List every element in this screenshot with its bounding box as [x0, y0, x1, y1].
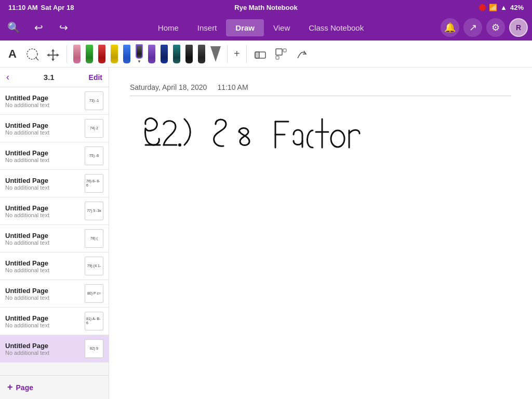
page-list-item-2[interactable]: Untitled PageNo additional text74) 2	[0, 115, 109, 142]
page-list-item-7[interactable]: Untitled PageNo additional text79) (4 1-	[0, 252, 109, 280]
share-button[interactable]: ↗	[463, 18, 482, 37]
pen-black-button[interactable]	[183, 44, 195, 64]
sidebar-back-button[interactable]: ‹	[6, 72, 9, 83]
add-color-button[interactable]: +	[232, 44, 242, 64]
pen-active-icon	[136, 44, 143, 59]
page-thumbnail-9: 81) A- B-6	[85, 312, 103, 330]
status-bar: 11:10 AM Sat Apr 18 Rye Math Notebook 📶 …	[0, 0, 532, 15]
page-item-title-2: Untitled Page	[5, 122, 81, 129]
page-list-item-8[interactable]: Untitled PageNo additional text80) P c=	[0, 280, 109, 308]
pen-pink-button[interactable]	[71, 44, 83, 64]
page-item-title-10: Untitled Page	[5, 342, 81, 350]
nav-tabs: Home Insert Draw View Class Notebook	[83, 19, 438, 36]
select-object-button[interactable]	[272, 44, 290, 64]
page-item-title-9: Untitled Page	[5, 314, 81, 322]
lasso-icon	[25, 47, 39, 61]
pens-row: ▼	[71, 42, 223, 66]
tab-class-notebook[interactable]: Class Notebook	[299, 19, 373, 36]
page-item-subtitle-8: No additional text	[5, 295, 81, 301]
pen-red-button[interactable]	[96, 44, 108, 64]
toolbar-divider-1	[66, 45, 67, 63]
ink-to-shape-button[interactable]	[292, 44, 311, 64]
svg-rect-5	[276, 49, 282, 55]
pen-teal-icon	[173, 45, 180, 63]
pen-darkgray-button[interactable]	[196, 44, 207, 64]
pen-pink-icon	[73, 45, 81, 63]
toolbar-divider-2	[227, 45, 228, 63]
pen-purple-icon	[148, 45, 155, 63]
page-item-subtitle-6: No additional text	[5, 240, 81, 246]
triangle-marker-button[interactable]	[208, 44, 223, 64]
sidebar-edit-button[interactable]: Edit	[89, 73, 102, 82]
page-list-item-1[interactable]: Untitled PageNo additional text73) -1	[0, 87, 109, 115]
select-object-icon	[274, 47, 288, 61]
tab-home[interactable]: Home	[149, 19, 188, 36]
page-item-subtitle-9: No additional text	[5, 322, 81, 328]
page-thumbnail-8: 80) P c=	[85, 284, 103, 303]
svg-rect-4	[255, 52, 259, 58]
lasso-tool-button[interactable]	[23, 44, 42, 64]
content-date-line: Saturday, April 18, 2020 11:10 AM	[130, 83, 511, 96]
redo-button[interactable]: ↪	[54, 18, 73, 37]
page-item-subtitle-5: No additional text	[5, 212, 81, 218]
triangle-marker-icon	[210, 46, 221, 62]
page-thumbnail-2: 74) 2	[85, 119, 103, 138]
page-thumbnail-4: 76) 8- 8-6	[85, 174, 103, 193]
battery-icon: 42%	[510, 4, 524, 11]
settings-button[interactable]: ⚙	[486, 18, 505, 37]
page-item-subtitle-1: No additional text	[5, 102, 81, 108]
tab-draw[interactable]: Draw	[226, 19, 264, 36]
svg-marker-2	[47, 49, 59, 61]
handwriting-area[interactable]	[130, 109, 511, 316]
search-button[interactable]: 🔍	[4, 18, 23, 37]
tab-insert[interactable]: Insert	[188, 19, 227, 36]
page-list-item-3[interactable]: Untitled PageNo additional text75) -6	[0, 142, 109, 170]
page-thumbnail-1: 73) -1	[85, 91, 103, 110]
page-item-title-5: Untitled Page	[5, 204, 81, 212]
page-thumbnail-5: 77) 5 -3x	[85, 202, 103, 220]
pen-red-icon	[98, 45, 105, 63]
pen-purple-button[interactable]	[146, 44, 157, 64]
add-page-label: Page	[16, 383, 33, 392]
page-item-subtitle-3: No additional text	[5, 157, 81, 163]
status-time: 11:10 AM	[8, 4, 38, 11]
sidebar: ‹ 3.1 Edit Untitled PageNo additional te…	[0, 68, 109, 399]
undo-button[interactable]: ↩	[29, 18, 48, 37]
pen-green-button[interactable]	[84, 44, 95, 64]
page-list-item-5[interactable]: Untitled PageNo additional text77) 5 -3x	[0, 197, 109, 225]
content-area[interactable]: Saturday, April 18, 2020 11:10 AM	[109, 68, 532, 399]
add-page-button[interactable]: + Page	[0, 375, 109, 399]
sidebar-section-title: 3.1	[44, 73, 55, 82]
page-item-title-6: Untitled Page	[5, 232, 81, 240]
page-list-item-10[interactable]: Untitled PageNo additional text82) 9	[0, 335, 109, 363]
text-tool-button[interactable]: A	[4, 45, 21, 63]
eraser-button[interactable]	[251, 44, 270, 64]
svg-rect-7	[276, 56, 279, 59]
add-page-plus-icon: +	[7, 382, 13, 393]
notifications-button[interactable]: 🔔	[441, 18, 459, 37]
pen-yellow-button[interactable]	[109, 44, 120, 64]
pages-list: Untitled PageNo additional text73) -1Unt…	[0, 87, 109, 375]
page-thumbnail-7: 79) (4 1-	[85, 257, 103, 275]
pen-teal-button[interactable]	[171, 44, 182, 64]
notebook-title: Rye Math Notebook	[234, 4, 297, 11]
avatar[interactable]: R	[509, 18, 528, 37]
page-item-subtitle-2: No additional text	[5, 129, 81, 136]
move-tool-button[interactable]	[44, 44, 62, 64]
svg-point-9	[331, 130, 344, 147]
pen-dropdown-arrow: ▼	[137, 59, 141, 64]
wifi-icon: 📶	[489, 4, 497, 11]
toolbar-divider-3	[246, 45, 247, 63]
page-list-item-4[interactable]: Untitled PageNo additional text76) 8- 8-…	[0, 170, 109, 197]
page-thumbnail-6: 78) (	[85, 229, 103, 248]
tab-view[interactable]: View	[264, 19, 299, 36]
page-thumbnail-3: 75) -6	[85, 147, 103, 165]
pen-blue-button[interactable]	[121, 44, 132, 64]
pen-darkblue-button[interactable]	[158, 44, 170, 64]
page-list-item-9[interactable]: Untitled PageNo additional text81) A- B-…	[0, 308, 109, 335]
handwriting-svg	[130, 109, 390, 171]
svg-line-1	[35, 57, 38, 60]
page-list-item-6[interactable]: Untitled PageNo additional text78) (	[0, 225, 109, 252]
pen-darkgray-icon	[198, 45, 205, 63]
pen-active-button[interactable]: ▼	[134, 42, 145, 66]
